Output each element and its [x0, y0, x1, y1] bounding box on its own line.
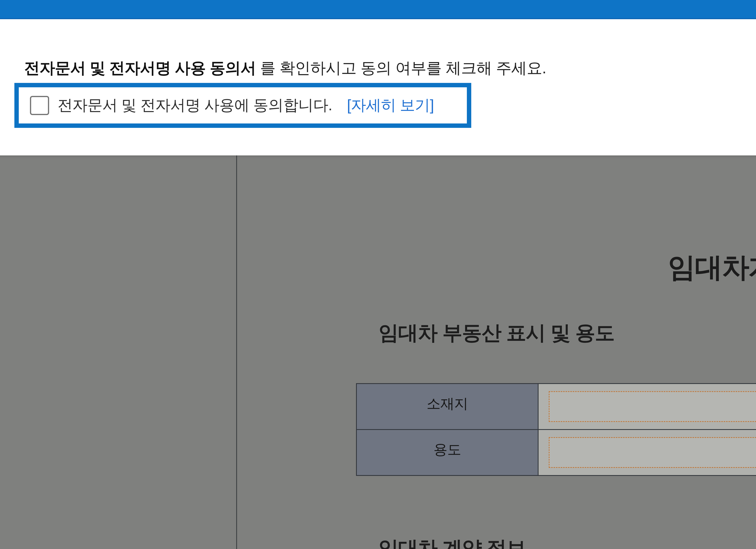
address-input-field[interactable]	[549, 391, 756, 422]
table-label-cell: 소재지	[357, 384, 539, 429]
consent-checkbox[interactable]	[30, 96, 49, 115]
table-row: 소재지	[357, 384, 756, 430]
table-row-label: 소재지	[427, 394, 468, 413]
section-heading-contract-info: 임대차 계약 정보	[379, 537, 526, 549]
section-heading-property: 임대차 부동산 표시 및 용도	[379, 321, 614, 344]
document-preview-area: 임대차계약서 임대차 부동산 표시 및 용도 소재지 용도 임대차 계약	[0, 155, 756, 549]
consent-instruction-rest: 를 확인하시고 동의 여부를 체크해 주세요.	[256, 59, 546, 77]
consent-checkbox-label[interactable]: 전자문서 및 전자서명 사용에 동의합니다.	[58, 95, 332, 116]
view-details-link[interactable]: [자세히 보기]	[347, 95, 434, 116]
top-app-bar	[0, 0, 756, 19]
consent-instruction: 전자문서 및 전자서명 사용 동의서 를 확인하시고 동의 여부를 체크해 주세…	[24, 59, 546, 77]
consent-page: 전자문서 및 전자서명 사용 동의서 를 확인하시고 동의 여부를 체크해 주세…	[0, 0, 756, 549]
page-left-edge-divider	[236, 155, 237, 549]
table-row-label: 용도	[434, 440, 461, 459]
property-table: 소재지 용도	[356, 383, 756, 476]
document-title: 임대차계약서	[668, 251, 756, 283]
table-label-cell: 용도	[357, 430, 539, 475]
table-value-cell	[539, 430, 756, 475]
table-row: 용도	[357, 430, 756, 475]
consent-agreement-box: 전자문서 및 전자서명 사용에 동의합니다. [자세히 보기]	[14, 83, 471, 128]
table-value-cell	[539, 384, 756, 429]
consent-instruction-document-name: 전자문서 및 전자서명 사용 동의서	[24, 59, 256, 77]
usage-input-field[interactable]	[549, 437, 756, 468]
